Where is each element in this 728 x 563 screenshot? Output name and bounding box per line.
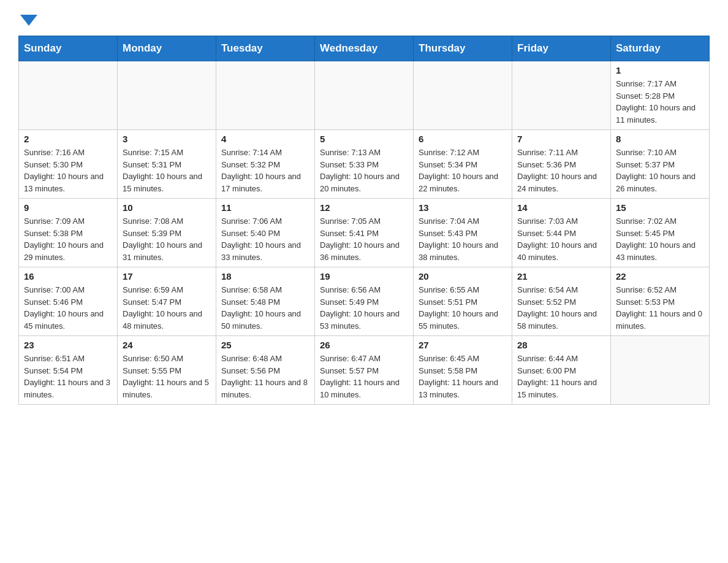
day-number: 4 [221,134,309,144]
calendar-cell: 13Sunrise: 7:04 AM Sunset: 5:43 PM Dayli… [414,199,512,267]
calendar-cell: 11Sunrise: 7:06 AM Sunset: 5:40 PM Dayli… [216,199,315,267]
day-number: 11 [221,202,309,213]
calendar-table: SundayMondayTuesdayWednesdayThursdayFrid… [18,36,710,405]
calendar-cell: 14Sunrise: 7:03 AM Sunset: 5:44 PM Dayli… [512,199,611,267]
day-info: Sunrise: 7:16 AM Sunset: 5:30 PM Dayligh… [24,147,112,194]
day-info: Sunrise: 7:00 AM Sunset: 5:46 PM Dayligh… [24,284,112,332]
calendar-header-monday: Monday [118,36,216,61]
calendar-cell: 1Sunrise: 7:17 AM Sunset: 5:28 PM Daylig… [611,61,710,130]
calendar-cell: 16Sunrise: 7:00 AM Sunset: 5:46 PM Dayli… [19,267,118,336]
calendar-header-saturday: Saturday [611,36,710,61]
day-number: 6 [419,134,507,144]
calendar-cell: 4Sunrise: 7:14 AM Sunset: 5:32 PM Daylig… [216,130,315,199]
day-info: Sunrise: 7:14 AM Sunset: 5:32 PM Dayligh… [221,147,309,194]
day-number: 12 [320,202,408,213]
day-info: Sunrise: 7:15 AM Sunset: 5:31 PM Dayligh… [123,147,211,194]
day-info: Sunrise: 6:56 AM Sunset: 5:49 PM Dayligh… [320,284,408,332]
day-info: Sunrise: 6:51 AM Sunset: 5:54 PM Dayligh… [24,353,112,400]
calendar-week-row: 2Sunrise: 7:16 AM Sunset: 5:30 PM Daylig… [19,130,710,199]
day-info: Sunrise: 7:17 AM Sunset: 5:28 PM Dayligh… [616,78,704,126]
calendar-cell: 22Sunrise: 6:52 AM Sunset: 5:53 PM Dayli… [611,267,710,336]
day-number: 15 [616,202,704,213]
day-number: 20 [419,271,507,282]
calendar-cell: 3Sunrise: 7:15 AM Sunset: 5:31 PM Daylig… [118,130,216,199]
calendar-cell: 7Sunrise: 7:11 AM Sunset: 5:36 PM Daylig… [512,130,611,199]
day-info: Sunrise: 7:05 AM Sunset: 5:41 PM Dayligh… [320,215,408,263]
calendar-week-row: 9Sunrise: 7:09 AM Sunset: 5:38 PM Daylig… [19,199,710,267]
day-info: Sunrise: 6:44 AM Sunset: 6:00 PM Dayligh… [517,353,605,400]
day-number: 1 [616,65,704,75]
calendar-cell: 12Sunrise: 7:05 AM Sunset: 5:41 PM Dayli… [315,199,414,267]
calendar-cell: 28Sunrise: 6:44 AM Sunset: 6:00 PM Dayli… [512,336,611,405]
day-info: Sunrise: 7:08 AM Sunset: 5:39 PM Dayligh… [123,215,211,263]
day-number: 14 [517,202,605,213]
day-info: Sunrise: 7:13 AM Sunset: 5:33 PM Dayligh… [320,147,408,194]
day-number: 3 [123,134,211,144]
day-info: Sunrise: 7:10 AM Sunset: 5:37 PM Dayligh… [616,147,704,194]
day-number: 26 [320,340,408,350]
day-info: Sunrise: 7:03 AM Sunset: 5:44 PM Dayligh… [517,215,605,263]
day-number: 10 [123,202,211,213]
calendar-cell: 26Sunrise: 6:47 AM Sunset: 5:57 PM Dayli… [315,336,414,405]
calendar-cell: 8Sunrise: 7:10 AM Sunset: 5:37 PM Daylig… [611,130,710,199]
calendar-cell [19,61,118,130]
day-number: 22 [616,271,704,282]
day-info: Sunrise: 7:02 AM Sunset: 5:45 PM Dayligh… [616,215,704,263]
day-number: 19 [320,271,408,282]
calendar-cell: 9Sunrise: 7:09 AM Sunset: 5:38 PM Daylig… [19,199,118,267]
day-info: Sunrise: 6:50 AM Sunset: 5:55 PM Dayligh… [123,353,211,400]
day-info: Sunrise: 6:59 AM Sunset: 5:47 PM Dayligh… [123,284,211,332]
day-number: 23 [24,340,112,350]
calendar-week-row: 16Sunrise: 7:00 AM Sunset: 5:46 PM Dayli… [19,267,710,336]
calendar-cell: 27Sunrise: 6:45 AM Sunset: 5:58 PM Dayli… [414,336,512,405]
day-info: Sunrise: 6:52 AM Sunset: 5:53 PM Dayligh… [616,284,704,332]
day-number: 16 [24,271,112,282]
calendar-cell: 21Sunrise: 6:54 AM Sunset: 5:52 PM Dayli… [512,267,611,336]
day-number: 8 [616,134,704,144]
calendar-cell: 18Sunrise: 6:58 AM Sunset: 5:48 PM Dayli… [216,267,315,336]
calendar-header-friday: Friday [512,36,611,61]
day-number: 9 [24,202,112,213]
calendar-cell: 20Sunrise: 6:55 AM Sunset: 5:51 PM Dayli… [414,267,512,336]
calendar-cell [315,61,414,130]
calendar-cell: 6Sunrise: 7:12 AM Sunset: 5:34 PM Daylig… [414,130,512,199]
day-info: Sunrise: 6:48 AM Sunset: 5:56 PM Dayligh… [221,353,309,400]
day-number: 25 [221,340,309,350]
day-number: 2 [24,134,112,144]
day-number: 17 [123,271,211,282]
day-number: 21 [517,271,605,282]
day-number: 28 [517,340,605,350]
calendar-cell: 23Sunrise: 6:51 AM Sunset: 5:54 PM Dayli… [19,336,118,405]
day-info: Sunrise: 6:47 AM Sunset: 5:57 PM Dayligh… [320,353,408,400]
day-info: Sunrise: 6:58 AM Sunset: 5:48 PM Dayligh… [221,284,309,332]
day-info: Sunrise: 7:04 AM Sunset: 5:43 PM Dayligh… [419,215,507,263]
day-number: 24 [123,340,211,350]
day-number: 7 [517,134,605,144]
calendar-header-row: SundayMondayTuesdayWednesdayThursdayFrid… [19,36,710,61]
calendar-cell [118,61,216,130]
calendar-header-wednesday: Wednesday [315,36,414,61]
calendar-cell: 15Sunrise: 7:02 AM Sunset: 5:45 PM Dayli… [611,199,710,267]
calendar-cell: 25Sunrise: 6:48 AM Sunset: 5:56 PM Dayli… [216,336,315,405]
calendar-cell: 2Sunrise: 7:16 AM Sunset: 5:30 PM Daylig… [19,130,118,199]
calendar-cell: 19Sunrise: 6:56 AM Sunset: 5:49 PM Dayli… [315,267,414,336]
calendar-cell [216,61,315,130]
day-number: 27 [419,340,507,350]
calendar-cell: 24Sunrise: 6:50 AM Sunset: 5:55 PM Dayli… [118,336,216,405]
day-number: 13 [419,202,507,213]
calendar-week-row: 1Sunrise: 7:17 AM Sunset: 5:28 PM Daylig… [19,61,710,130]
calendar-cell: 5Sunrise: 7:13 AM Sunset: 5:33 PM Daylig… [315,130,414,199]
calendar-cell [611,336,710,405]
day-number: 5 [320,134,408,144]
day-info: Sunrise: 7:12 AM Sunset: 5:34 PM Dayligh… [419,147,507,194]
day-number: 18 [221,271,309,282]
calendar-header-tuesday: Tuesday [216,36,315,61]
calendar-cell: 17Sunrise: 6:59 AM Sunset: 5:47 PM Dayli… [118,267,216,336]
page-header [18,12,710,23]
day-info: Sunrise: 6:55 AM Sunset: 5:51 PM Dayligh… [419,284,507,332]
day-info: Sunrise: 7:09 AM Sunset: 5:38 PM Dayligh… [24,215,112,263]
calendar-cell [414,61,512,130]
day-info: Sunrise: 6:54 AM Sunset: 5:52 PM Dayligh… [517,284,605,332]
day-info: Sunrise: 7:06 AM Sunset: 5:40 PM Dayligh… [221,215,309,263]
calendar-cell [512,61,611,130]
